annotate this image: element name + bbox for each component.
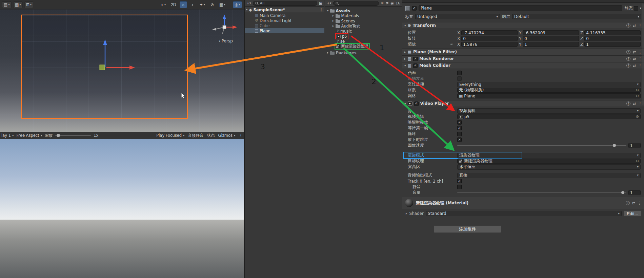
physic-material-field[interactable]: 无 (物理材质) ⊙ [457,88,641,93]
aspect-ratio-dropdown[interactable]: Free Aspect ▾ [17,133,42,138]
volume-slider[interactable] [457,192,626,193]
mesh-field[interactable]: ▦ Plane ⊙ [457,93,641,98]
scene-view[interactable]: ‹ Persp [0,10,244,132]
presets-icon[interactable]: ⇄ [632,201,635,205]
mesh-renderer-enabled-checkbox[interactable]: ✓ [413,57,418,61]
scene-menu-icon[interactable]: ⋮ [319,7,323,12]
menu-icon[interactable]: ⋮ [638,201,641,205]
source-dropdown[interactable]: 视频剪辑 ▾ [457,108,641,114]
gameobject-active-checkbox[interactable]: ✓ [412,6,417,11]
hierarchy-item-main-camera[interactable]: Main Camera [245,13,324,18]
hierarchy-scene-visibility-icon[interactable]: ⊞ [318,1,323,6]
presets-icon[interactable]: ⇄ [633,101,636,106]
layer-dropdown[interactable]: Default ▾ [512,14,641,19]
search-by-type-icon[interactable]: ✶ [381,1,384,5]
object-picker-icon[interactable]: ⊙ [636,115,639,118]
axis-center-cube[interactable] [223,25,226,29]
mesh-collider-enabled-checkbox[interactable]: ✓ [413,63,418,68]
project-search-input[interactable] [333,1,379,6]
volume-field[interactable]: 1 [628,190,641,195]
grid-settings-dropdown[interactable]: ▦ ▾ [13,1,23,8]
wait-first-frame-checkbox[interactable]: ✓ [457,126,462,130]
help-icon[interactable]: ? [626,101,630,106]
scale-z-field[interactable]: 1 [584,42,641,47]
presets-icon[interactable]: ⇄ [633,23,636,28]
project-asset-render-texture[interactable]: 新建渲染器纹理 [325,44,402,49]
position-z-field[interactable]: 4.116335 [584,30,641,35]
section-view-dropdown[interactable]: ▦ ▾ [218,1,227,8]
project-create-button[interactable]: + ▾ [326,1,332,6]
convex-checkbox[interactable] [457,71,462,75]
hierarchy-item-directional-light[interactable]: ☼ Directional Light [245,18,324,23]
search-by-label-icon[interactable]: ⚑ [386,1,389,5]
object-picker-icon[interactable]: ⊙ [636,159,639,163]
volume-knob[interactable] [621,191,624,194]
project-folder-assets[interactable]: ▾ Assets [325,8,402,13]
gameobject-name-field[interactable]: Plane [419,5,622,11]
scene-tool-dropdown[interactable]: ▤ ▾ [2,1,12,8]
hidden-objects-toggle[interactable]: ⊘ [208,1,216,8]
mesh-renderer-header[interactable]: ▸ ▦ ✓ Mesh Renderer ? ⇄ ⋮ [402,55,644,62]
orientation-axis-gizmo[interactable] [210,14,239,38]
game-view-menu-icon[interactable]: ⋮ [239,133,243,138]
mute-checkbox[interactable] [457,185,462,189]
projection-mode-label[interactable]: ‹ Persp [212,39,240,43]
play-focused-dropdown[interactable]: Play Focused ▾ [156,133,184,138]
mesh-collider-header[interactable]: ▾ ▦ ✓ Mesh Collider ? ⇄ ⋮ [402,62,644,69]
stats-toggle[interactable]: 状态 [207,133,215,138]
aspect-ratio-dropdown[interactable]: 水平适应 ▾ [457,164,641,170]
caret-down-icon[interactable]: ▾ [640,7,641,10]
project-asset-se[interactable]: ♪ se [325,39,402,44]
hidden-packages-icon[interactable]: ◉ [390,1,394,5]
scale-x-field[interactable]: 1.5876 [461,42,518,47]
display-dropdown[interactable]: lay 1 ▾ [1,133,14,138]
static-checkbox[interactable] [634,6,638,11]
playback-speed-slider[interactable] [457,145,626,146]
tag-dropdown[interactable]: Untagged ▾ [415,14,500,19]
render-mode-dropdown[interactable]: 渲染器纹理 ▾ [457,153,641,158]
mute-audio-toggle[interactable]: 音频静音 [188,133,204,138]
help-icon[interactable]: ? [626,23,630,27]
presets-icon[interactable]: ⇄ [633,63,636,68]
playback-speed-field[interactable]: 1 [628,143,641,148]
scale-y-field[interactable]: 1 [523,42,579,47]
audio-output-dropdown[interactable]: 直接 ▾ [457,173,641,178]
presets-icon[interactable]: ⇄ [633,50,636,54]
effects-dropdown[interactable]: ✦ ▾ [198,1,207,8]
project-folder-materials[interactable]: ▸ Materials [325,13,402,18]
video-player-enabled-checkbox[interactable]: ✓ [414,101,419,106]
uniform-scale-link-icon[interactable]: ∞ [450,42,453,47]
move-gizmo[interactable] [78,38,136,76]
rotation-z-field[interactable]: 0 [584,36,641,41]
help-icon[interactable]: ? [626,50,630,54]
is-trigger-checkbox[interactable] [457,76,462,81]
hierarchy-item-plane[interactable]: Plane [245,28,324,33]
presets-icon[interactable]: ⇄ [633,57,636,61]
project-asset-music[interactable]: ♪ music [325,29,402,34]
help-icon[interactable]: ? [626,201,630,205]
hierarchy-create-button[interactable]: + ▾ [246,1,252,6]
hierarchy-search-input[interactable]: All [253,1,317,6]
project-folder-scenes[interactable]: ▸ Scenes [325,18,402,23]
axis-cone-x[interactable] [233,25,237,29]
skip-on-drop-checkbox[interactable]: ✓ [457,137,462,142]
axis-cone-gray[interactable] [212,28,216,31]
help-icon[interactable]: ? [626,57,630,61]
scale-plane-handle[interactable] [100,65,105,70]
zoom-slider-knob[interactable] [57,134,60,137]
position-x-field[interactable]: -7.470234 [461,30,518,35]
material-header[interactable]: 新建渲染器纹理 (Material) ? ⇄ ⋮ [402,197,644,209]
object-picker-icon[interactable]: ⊙ [636,94,639,98]
track-enabled-checkbox[interactable]: ✓ [457,179,462,183]
target-texture-field[interactable]: 新建渲染器纹理 ⊙ [457,159,641,164]
draw-mode-dropdown[interactable]: ◐ ▾ [159,1,167,8]
axis-cone-z[interactable] [223,15,226,19]
project-folder-audiotest[interactable]: ▸ AudioTest [325,23,402,29]
2d-toggle-button[interactable]: 2D [169,1,178,8]
zoom-slider[interactable] [55,135,91,136]
hierarchy-scene-row[interactable]: ▾ ◆ SampleScene* ⋮ [245,7,324,13]
video-clip-field[interactable]: ▶ p5 ⊙ [457,114,641,119]
mesh-filter-header[interactable]: ▸ ▦ Plane (Mesh Filter) ? ⇄ ⋮ [402,49,644,55]
cooking-options-dropdown[interactable]: Everything ▾ [457,82,641,87]
position-y-field[interactable]: -6.362009 [523,30,579,35]
